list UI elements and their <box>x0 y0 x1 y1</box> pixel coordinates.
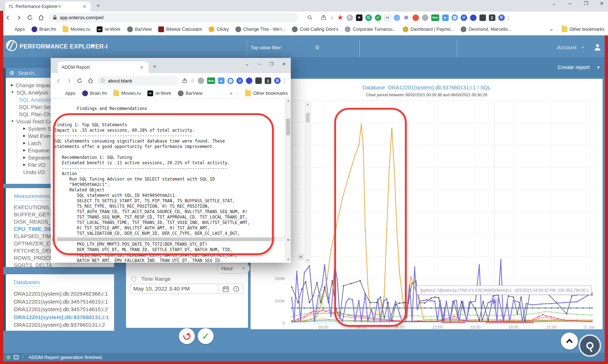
popup-bookmark-movies-ru[interactable]: Movies.ru <box>113 90 141 96</box>
expand-icon[interactable]: ▶ <box>23 148 26 152</box>
apply-button[interactable]: ✓ <box>198 328 214 344</box>
popup-new-tab-button[interactable]: + <box>153 63 156 70</box>
alien-extension-icon[interactable] <box>246 77 252 84</box>
c-ring-extension-icon[interactable]: C <box>452 14 458 21</box>
popup-share-icon[interactable] <box>182 78 187 83</box>
expand-icon[interactable]: ▶ <box>23 163 26 166</box>
beta-extension-icon[interactable]: Beta <box>431 14 439 21</box>
main-bookmark-change-this-we-r[interactable]: Change This - We'r... <box>235 26 286 32</box>
create-report-caret-icon[interactable]: ▼ <box>596 65 600 69</box>
refresh-icon[interactable] <box>27 14 33 21</box>
other-bookmarks-label[interactable]: Other bookmarks <box>570 27 604 32</box>
time-value[interactable]: May 10, 2022 3:40 PM <box>131 285 218 292</box>
database-item-2[interactable]: ORA12201(system);db:3457514615;i:2 <box>6 305 114 313</box>
red-dot-extension-icon[interactable] <box>412 14 419 21</box>
popup-bookmark-apps[interactable]: Apps <box>57 90 76 96</box>
info-circle-icon[interactable]: ⓘ <box>101 78 105 84</box>
refresh-button[interactable] <box>179 328 195 344</box>
main-bookmark-cold-calling-dont-s[interactable]: Cold Calling Dont's <box>292 26 338 32</box>
main-bookmark-barview[interactable]: BarView <box>127 26 152 32</box>
u-extension-icon[interactable]: U <box>236 77 243 84</box>
expand-icon[interactable]: ▶ <box>23 141 26 145</box>
browser-menu-icon[interactable]: ⋮ <box>506 15 511 21</box>
popup-home-icon[interactable] <box>88 78 93 84</box>
popup-bookmark-re-work[interactable]: re:re:Work <box>147 90 171 96</box>
minimize-icon[interactable]: ─ <box>567 1 573 6</box>
scroll-up-icon[interactable]: ▲ <box>305 103 310 106</box>
main-bookmark-corporate-turnarou[interactable]: Corporate Turnarou... <box>345 26 396 32</box>
address-bar[interactable]: app.enteros.com/pei/ <box>49 13 298 22</box>
scroll-down-icon[interactable]: ▼ <box>287 258 290 261</box>
zoom-icon[interactable] <box>307 15 313 20</box>
video-extension-icon[interactable]: ▸ <box>218 77 225 84</box>
support-chat-button[interactable] <box>579 334 601 357</box>
calendar-icon[interactable] <box>223 286 229 292</box>
ghost-extension-icon[interactable] <box>198 77 204 84</box>
account-menu[interactable]: Account <box>557 44 576 50</box>
popup-bookmark-barview[interactable]: BarView <box>178 90 202 96</box>
main-bookmark-desmond-marcello[interactable]: Desmond, Marcello... <box>461 26 511 32</box>
clock-icon[interactable] <box>233 286 239 292</box>
expand-icon[interactable]: ▶ <box>11 83 13 87</box>
time-range-radio[interactable] <box>131 276 136 282</box>
profile-avatar-icon[interactable]: R <box>498 14 505 21</box>
chart-title[interactable]: Database: ORA12201(system);db:937660131;… <box>251 85 603 90</box>
favorite-star-icon[interactable]: ★ <box>337 14 344 21</box>
popup-refresh-icon[interactable] <box>77 78 83 84</box>
database-item-0[interactable]: ORA12201(system);db:2028482366;i:1 <box>6 290 114 298</box>
alien-extension-icon[interactable] <box>470 14 477 21</box>
account-caret-icon[interactable]: ▾ <box>582 46 584 49</box>
time-input[interactable]: May 10, 2022 3:40 PM <box>130 284 243 294</box>
expand-icon[interactable]: ▶ <box>23 156 26 159</box>
u-extension-icon[interactable]: U <box>461 14 467 21</box>
scroll-down-icon[interactable]: ▼ <box>305 259 310 262</box>
scroll-right-icon[interactable]: ▶ <box>288 238 290 241</box>
popup-other-bookmarks-label[interactable]: Other bookmarks <box>253 91 288 96</box>
database-item-3[interactable]: ORA12201(system);db:937660131;i:1 <box>6 313 114 321</box>
app-title[interactable]: PERFORMANCE EXPLORER-I <box>20 43 108 50</box>
popup-address-bar[interactable]: ⓘ about:blank <box>97 76 179 85</box>
popup-scrollbar-thumb[interactable] <box>286 119 290 135</box>
main-bookmark-re-work[interactable]: re:re:Work <box>97 26 121 32</box>
c-ring-extension-icon[interactable]: C <box>227 78 234 84</box>
popup-close-icon[interactable]: ✕ <box>282 62 286 67</box>
main-bookmark-brain-fm[interactable]: Brain.fm <box>32 26 56 32</box>
popup-tab-search-icon[interactable]: ⌄ <box>246 62 249 67</box>
cloud-extension-icon[interactable] <box>394 14 400 21</box>
popup-forward-icon[interactable] <box>66 78 72 84</box>
main-bookmark-clicky[interactable]: Clicky <box>209 26 228 32</box>
user-icon[interactable] <box>593 43 602 51</box>
browser-tab[interactable]: Performance Explorer-I ✕ <box>5 1 91 12</box>
scroll-to-top-button[interactable] <box>561 333 578 350</box>
maximize-icon[interactable]: ❐ <box>583 1 589 6</box>
bookmark-star-icon[interactable]: ☆ <box>330 15 334 21</box>
popup-bookmarks-overflow-icon[interactable]: » <box>230 90 232 96</box>
ghost-extension-icon[interactable] <box>422 14 428 21</box>
database-item-1[interactable]: ORA12201(system);db:3457514615;i:1 <box>6 298 114 306</box>
main-bookmark-apps[interactable]: Apps <box>7 26 25 32</box>
popup-menu-icon[interactable]: ⋮ <box>282 78 287 84</box>
calculator-33-icon[interactable]: 33 <box>384 14 391 21</box>
create-report-button[interactable]: Create report <box>558 64 590 70</box>
database-item-4[interactable]: ORA12201(system);db:937660131;i:2 <box>6 321 114 329</box>
popup-bookmark-brain-fm[interactable]: Brain.fm <box>82 90 107 96</box>
status-window-icon[interactable] <box>14 355 18 359</box>
popup-back-icon[interactable] <box>56 78 61 84</box>
gear-icon[interactable]: ⚙ <box>9 70 14 76</box>
expand-icon[interactable]: ▶ <box>23 134 26 137</box>
app-title-caret-icon[interactable]: ▼ <box>91 44 95 48</box>
puzzle-extension-icon[interactable] <box>255 77 262 84</box>
collapse-icon[interactable]: ▼ <box>11 119 14 123</box>
main-bookmark-dashboard-paymo[interactable]: Dashboard | Paymo... <box>403 26 454 32</box>
share-icon[interactable] <box>321 15 326 20</box>
sidebar-extension-icon[interactable]: ▯ <box>265 77 271 84</box>
sidebar-extension-icon[interactable]: ▯ <box>489 14 495 21</box>
scroll-up-icon[interactable]: ▲ <box>287 99 290 102</box>
popup-maximize-icon[interactable]: ❐ <box>269 62 273 67</box>
interval-dropdown[interactable]: Hour ▼ <box>217 263 250 274</box>
back-icon[interactable] <box>5 15 11 21</box>
home-icon[interactable] <box>38 14 44 21</box>
puzzle-extension-icon[interactable] <box>479 14 486 21</box>
beta-extension-icon[interactable]: Beta <box>207 77 215 84</box>
background-vertical-scrollbar[interactable]: ▲ ▼ <box>305 102 311 263</box>
